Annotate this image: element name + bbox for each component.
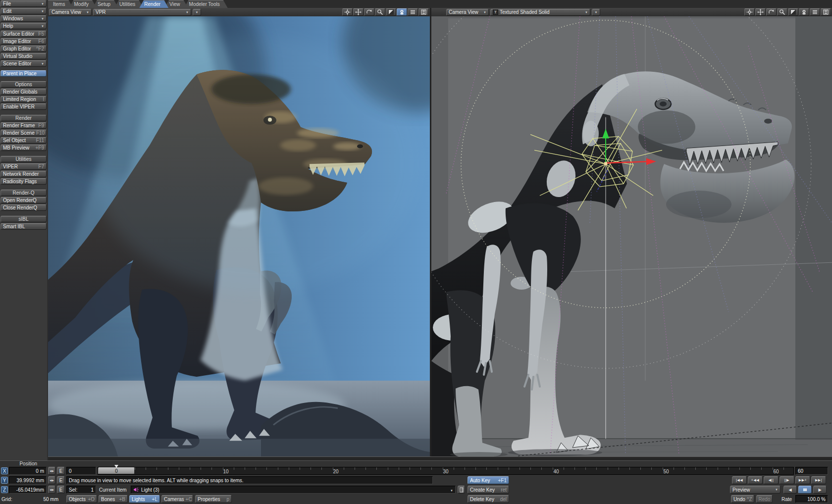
x-axis-button[interactable]: X xyxy=(1,467,8,474)
mb-preview-button[interactable]: MB Preview+F9 xyxy=(0,145,47,151)
limited-region-button[interactable]: Limited Regionl xyxy=(0,96,47,102)
timeline-ruler[interactable]: 10 20 30 40 50 60 0 xyxy=(98,467,794,475)
prev-keyframe-button[interactable]: +◀◀ xyxy=(748,476,763,484)
sel-object-button[interactable]: Sel ObjectF11 xyxy=(0,137,47,144)
film-icon[interactable] xyxy=(821,8,831,16)
left-viewport-camera-vpr[interactable] xyxy=(48,16,430,456)
edit-menu[interactable]: Edit xyxy=(0,8,47,14)
pan-icon[interactable] xyxy=(342,8,353,16)
scene-editor-button[interactable]: Scene Editor xyxy=(0,60,47,67)
tab-modify[interactable]: Modify xyxy=(69,0,96,8)
radiosity-flags-button[interactable]: Radiosity Flags xyxy=(0,178,47,185)
help-menu[interactable]: Help xyxy=(0,23,47,29)
render-frame-button[interactable]: Render FrameF9 xyxy=(0,122,47,129)
file-menu[interactable]: File xyxy=(0,0,47,7)
left-render-mode-dropdown[interactable]: VPR xyxy=(93,9,191,16)
end-frame-field[interactable]: 60 xyxy=(795,467,828,475)
viper-button[interactable]: VIPERF7 xyxy=(0,163,47,170)
play-backward-button[interactable]: ◀ xyxy=(783,486,797,494)
right-viewport-options-dropdown[interactable] xyxy=(592,9,600,16)
menu-icon[interactable] xyxy=(408,8,418,16)
go-first-frame-button[interactable]: |◀◀ xyxy=(732,476,747,484)
y-envelope-button[interactable]: E xyxy=(57,476,65,484)
delete-key-button[interactable]: Delete Keydel xyxy=(468,495,509,503)
left-view-mode-dropdown[interactable]: Camera View xyxy=(49,9,92,16)
image-editor-button[interactable]: Image EditorF6 xyxy=(0,38,47,45)
move-icon[interactable] xyxy=(353,8,364,16)
graph-editor-button[interactable]: Graph Editor^F2 xyxy=(0,46,47,52)
right-view-mode-dropdown[interactable]: Camera View xyxy=(446,9,489,16)
objects-mode-button[interactable]: Objects+O xyxy=(66,495,97,503)
bones-mode-button[interactable]: Bones+B xyxy=(99,495,128,503)
render-scene-button[interactable]: Render SceneF10 xyxy=(0,130,47,136)
network-render-button[interactable]: Network Render xyxy=(0,171,47,177)
pause-button[interactable]: ▮▮ xyxy=(798,486,812,494)
z-axis-button[interactable]: Z xyxy=(1,486,8,493)
zoom-icon[interactable] xyxy=(777,8,787,16)
go-last-frame-button[interactable]: ▶▶| xyxy=(811,476,826,484)
rotate-icon[interactable] xyxy=(766,8,777,16)
next-frame-button[interactable]: ||▶ xyxy=(780,476,794,484)
position-z-field[interactable]: -65.0419mm xyxy=(9,486,47,494)
value: 0 xyxy=(115,468,118,474)
camera-icon[interactable] xyxy=(799,8,809,16)
start-frame-field[interactable]: 0 xyxy=(66,467,96,475)
position-y-field[interactable]: 39.9992 mm xyxy=(9,476,47,484)
prev-frame-button[interactable]: ◀|| xyxy=(764,476,779,484)
item-list-button[interactable] xyxy=(458,486,465,494)
frame-slider-handle[interactable]: 0 xyxy=(98,467,135,474)
properties-button[interactable]: Propertiesp xyxy=(195,495,232,503)
smart-ibl-button[interactable]: Smart IBL xyxy=(0,223,47,230)
lights-mode-button[interactable]: Lights+L xyxy=(129,495,160,503)
shortcut: F7 xyxy=(37,164,44,169)
camera-icon[interactable] xyxy=(397,8,407,16)
y-axis-button[interactable]: Y xyxy=(1,477,8,484)
y-stepper[interactable] xyxy=(48,476,55,484)
close-renderq-button[interactable]: Close RenderQ xyxy=(0,204,47,211)
viewport-scrollbar-strip[interactable] xyxy=(48,456,832,460)
next-keyframe-button[interactable]: ▶▶+ xyxy=(795,476,810,484)
shortcut: F10 xyxy=(35,130,45,136)
auto-key-button[interactable]: Auto Key+F1 xyxy=(468,476,509,484)
cameras-mode-button[interactable]: Cameras+C xyxy=(161,495,193,503)
surface-editor-button[interactable]: Surface EditorF5 xyxy=(0,31,47,37)
pan-icon[interactable] xyxy=(744,8,755,16)
left-viewport-options-dropdown[interactable] xyxy=(193,9,201,16)
rate-field[interactable]: 100.0 % xyxy=(795,495,828,503)
selection-count-field[interactable]: Sel:1 xyxy=(66,486,96,494)
z-envelope-button[interactable]: E xyxy=(57,486,65,494)
menu-icon[interactable] xyxy=(810,8,820,16)
position-x-field[interactable]: 0 m xyxy=(9,467,47,475)
render-globals-button[interactable]: Render Globals xyxy=(0,89,47,95)
glyph: ◀|| xyxy=(769,478,774,482)
tab-modeler-tools[interactable]: Modeler Tools xyxy=(184,0,228,8)
tab-render[interactable]: Render xyxy=(139,0,168,8)
current-item-dropdown[interactable]: Light (3) xyxy=(131,486,456,494)
film-icon[interactable] xyxy=(418,8,429,16)
undo-button[interactable]: Undo^Z xyxy=(731,495,754,503)
maximize-icon[interactable] xyxy=(386,8,396,16)
preview-dropdown[interactable]: Preview xyxy=(730,486,780,494)
z-stepper[interactable] xyxy=(48,486,55,494)
tab-utilities[interactable]: Utilities xyxy=(114,0,143,8)
virtual-studio-button[interactable]: Virtual Studio xyxy=(0,53,47,59)
x-envelope-button[interactable]: E xyxy=(57,467,65,475)
redo-button[interactable]: Redo xyxy=(756,495,773,503)
create-key-button[interactable]: Create Keyret xyxy=(468,486,509,494)
move-icon[interactable] xyxy=(755,8,766,16)
tab-view[interactable]: View xyxy=(164,0,188,8)
right-render-mode-dropdown[interactable]: TTextured Shaded Solid xyxy=(490,9,590,16)
right-viewport-textured-shaded[interactable] xyxy=(431,16,832,456)
tab-items[interactable]: Items xyxy=(48,0,73,8)
parent-in-place-button[interactable]: Parent in Place xyxy=(0,70,47,77)
x-stepper[interactable] xyxy=(48,467,55,475)
rotate-icon[interactable] xyxy=(364,8,374,16)
enable-viper-button[interactable]: Enable VIPER xyxy=(0,103,47,110)
windows-menu[interactable]: Windows xyxy=(0,15,47,22)
hint-row: Y 39.9992 mm E Drag mouse in view to mov… xyxy=(0,476,832,484)
zoom-icon[interactable] xyxy=(375,8,385,16)
play-forward-button[interactable]: ▶ xyxy=(813,486,827,494)
tab-setup[interactable]: Setup xyxy=(93,0,118,8)
maximize-icon[interactable] xyxy=(788,8,798,16)
open-renderq-button[interactable]: Open RenderQ xyxy=(0,197,47,203)
